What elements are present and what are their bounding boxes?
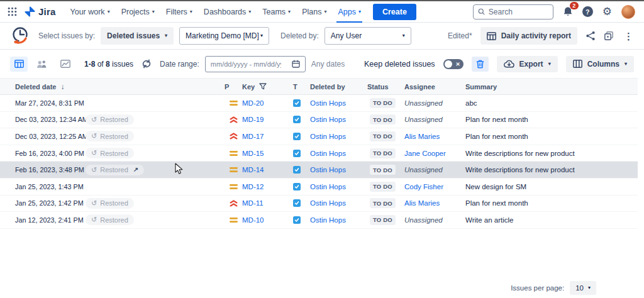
nav-item-filters[interactable]: Filters▾ <box>166 1 192 23</box>
table-row[interactable]: Jan 25, 2023, 1:42 PM ↺ Restored MD-11 O… <box>0 196 638 212</box>
assignee[interactable]: Unassigned <box>404 216 443 224</box>
summary: Write descriptions for new product <box>465 166 638 174</box>
restored-badge[interactable]: ↺ Restored <box>86 198 134 209</box>
help-button[interactable]: ? <box>582 6 593 17</box>
restored-badge[interactable]: ↺ Restored <box>86 114 134 125</box>
table-row[interactable]: Dec 03, 2023, 12:34 AM ↺ Restored MD-19 … <box>0 112 638 129</box>
assignee[interactable]: Cody Fisher <box>404 183 443 190</box>
nav-item-dashboards[interactable]: Dashboards▾ <box>204 1 251 23</box>
page-size-select[interactable]: 10 ▾ <box>570 281 596 295</box>
app-switcher-icon[interactable] <box>8 7 17 16</box>
filter-bar: 1-8 of 8 issues Date range: Any dates Ke… <box>0 50 644 78</box>
issue-key-link[interactable]: MD-19 <box>242 116 264 123</box>
table-row[interactable]: Jan 12, 2023, 2:41 PM ↺ Restored MD-10 O… <box>0 212 638 229</box>
deleted-date: Dec 03, 2023, 12:34 AM <box>15 116 86 123</box>
deleted-by-link[interactable]: Ostin Hops <box>310 183 346 190</box>
filter-funnel-icon[interactable] <box>259 83 267 90</box>
restored-badge[interactable]: ↺ Restored <box>86 214 134 225</box>
assignee-cell: Unassigned <box>404 99 465 107</box>
trend-chart-icon <box>60 60 70 68</box>
issue-key-link[interactable]: MD-17 <box>242 133 264 140</box>
notifications-button[interactable]: 2 <box>563 6 573 17</box>
table-view-button[interactable] <box>10 57 28 72</box>
restored-badge[interactable]: ↺ Restored <box>86 148 134 158</box>
external-link-icon[interactable]: ↗ <box>133 167 138 173</box>
assignee[interactable]: Jane Cooper <box>404 150 446 157</box>
assignee[interactable]: Unassigned <box>404 116 443 123</box>
daily-activity-report-button[interactable]: Daily activity report <box>480 27 577 45</box>
more-options-button[interactable]: ⋮ <box>622 31 635 41</box>
nav-item-plans[interactable]: Plans▾ <box>302 1 326 23</box>
refresh-button[interactable] <box>142 59 152 69</box>
header-deleted-date[interactable]: Deleted date ↓ <box>15 82 225 91</box>
issue-key-link[interactable]: MD-11 <box>242 199 264 207</box>
date-range-input[interactable] <box>211 60 281 68</box>
project-select[interactable]: Marketing Demo [MD] ▾ <box>179 27 269 45</box>
export-button[interactable]: Export ▾ <box>497 56 558 72</box>
search-input[interactable] <box>489 8 548 16</box>
key-cell: MD-12 <box>242 183 293 190</box>
assignee[interactable]: Unassigned <box>404 99 443 107</box>
assignee[interactable]: Alis Maries <box>404 133 440 140</box>
any-dates-label: Any dates <box>311 60 345 69</box>
restored-label: Restored <box>100 166 128 174</box>
issue-key-link[interactable]: MD-14 <box>242 166 264 174</box>
deleted-by-link[interactable]: Ostin Hops <box>310 133 346 140</box>
deleted-date: Jan 25, 2023, 1:42 PM <box>15 199 86 207</box>
deleted-by-select[interactable]: Any User ▾ <box>325 27 411 45</box>
duplicate-button[interactable] <box>604 31 614 41</box>
nav-item-teams[interactable]: Teams▾ <box>262 1 291 23</box>
columns-button[interactable]: Columns ▾ <box>566 56 634 72</box>
date-range-field[interactable] <box>205 56 306 72</box>
pagination: Issues per page: 10 ▾ <box>511 281 596 295</box>
keep-deleted-issues-toggle[interactable]: ✕ <box>443 59 464 69</box>
restored-label: Restored <box>100 150 128 157</box>
header-priority[interactable]: P <box>225 83 242 91</box>
nav-item-your-work[interactable]: Your work▾ <box>70 1 110 23</box>
header-key[interactable]: Key <box>242 83 293 91</box>
status-cell: TO DO <box>367 131 404 141</box>
global-search[interactable] <box>473 4 553 19</box>
deleted-by-link[interactable]: Ostin Hops <box>310 166 346 174</box>
header-status[interactable]: Status <box>367 83 404 91</box>
deleted-issues-table: Deleted date ↓ P Key T Deleted by Status… <box>0 78 638 229</box>
assignee[interactable]: Unassigned <box>404 166 443 174</box>
table-row[interactable]: Feb 16, 2023, 4:00 PM ↺ Restored MD-15 O… <box>0 145 638 162</box>
chart-view-button[interactable] <box>57 57 74 72</box>
nav-item-apps[interactable]: Apps▾ <box>338 1 361 23</box>
header-deleted-by[interactable]: Deleted by <box>310 83 367 91</box>
status-badge: TO DO <box>370 198 396 208</box>
restored-badge[interactable]: ↺ Restored ↗ <box>86 165 144 175</box>
nav-item-projects[interactable]: Projects▾ <box>121 1 155 23</box>
issues-filter-dropdown[interactable]: Deleted issues ▾ <box>101 27 174 45</box>
delete-button[interactable] <box>472 57 489 72</box>
restored-label: Restored <box>100 133 128 140</box>
restored-badge[interactable]: ↺ Restored <box>86 131 134 141</box>
users-view-button[interactable] <box>33 57 51 72</box>
header-assignee[interactable]: Assignee <box>404 83 465 91</box>
issue-key-link[interactable]: MD-10 <box>242 216 264 224</box>
table-row[interactable]: Dec 03, 2023, 12:25 AM ↺ Restored MD-17 … <box>0 128 638 145</box>
issue-key-link[interactable]: MD-12 <box>242 183 264 190</box>
table-row[interactable]: Mar 27, 2024, 8:31 PM MD-20 Ostin Hops T… <box>0 95 638 112</box>
table-row[interactable]: Jan 25, 2023, 1:43 PM MD-12 Ostin Hops T… <box>0 179 638 196</box>
deleted-by-link[interactable]: Ostin Hops <box>310 199 346 207</box>
header-type[interactable]: T <box>293 83 310 91</box>
table-body: Mar 27, 2024, 8:31 PM MD-20 Ostin Hops T… <box>0 95 638 229</box>
create-button[interactable]: Create <box>373 4 416 20</box>
task-type-icon <box>293 183 301 190</box>
issue-key-link[interactable]: MD-20 <box>242 99 264 107</box>
header-summary[interactable]: Summary <box>465 83 638 91</box>
deleted-by-link[interactable]: Ostin Hops <box>310 99 346 107</box>
status-badge: TO DO <box>370 114 396 124</box>
assignee[interactable]: Alis Maries <box>404 199 440 207</box>
jira-logo[interactable]: Jira <box>25 6 56 17</box>
share-button[interactable] <box>586 31 596 41</box>
table-row[interactable]: Feb 16, 2023, 3:48 PM ↺ Restored ↗ MD-14… <box>0 162 638 179</box>
deleted-by-link[interactable]: Ostin Hops <box>310 116 346 123</box>
deleted-by-link[interactable]: Ostin Hops <box>310 150 346 157</box>
issue-key-link[interactable]: MD-15 <box>242 150 264 157</box>
deleted-by-link[interactable]: Ostin Hops <box>310 216 346 224</box>
profile-button[interactable] <box>621 5 635 19</box>
settings-button[interactable]: ⚙ <box>602 6 612 17</box>
